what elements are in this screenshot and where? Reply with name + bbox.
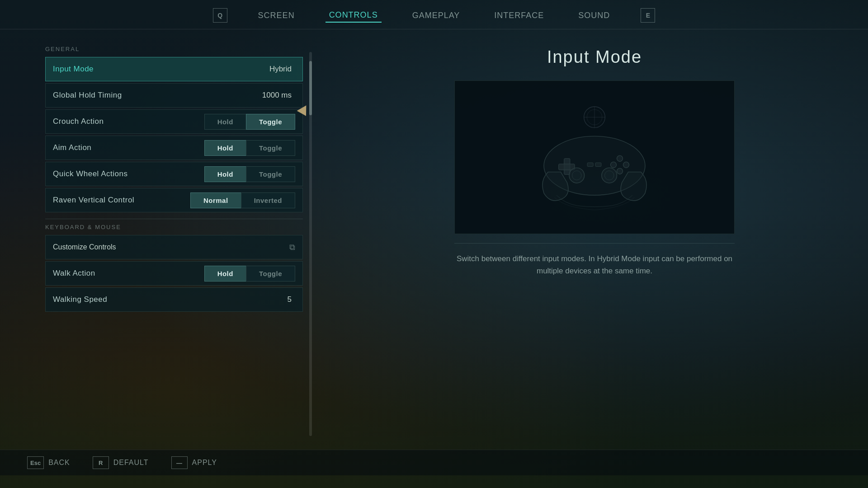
- svg-point-10: [610, 162, 616, 168]
- back-label: Back: [48, 459, 70, 467]
- aim-hold-button[interactable]: Hold: [204, 140, 246, 156]
- input-mode-value: Hybrid: [269, 65, 292, 74]
- dash-key-badge: —: [171, 456, 188, 469]
- crouch-action-label: Crouch Action: [53, 117, 204, 126]
- svg-point-12: [572, 171, 582, 180]
- quick-wheel-actions-row[interactable]: Quick Wheel Actions Hold Toggle: [45, 162, 303, 186]
- aim-toggle-button[interactable]: Toggle: [246, 140, 295, 156]
- crouch-action-row[interactable]: Crouch Action Hold Toggle: [45, 109, 303, 134]
- info-divider: [454, 243, 735, 244]
- back-action[interactable]: Esc Back: [27, 456, 70, 469]
- left-panel: GENERAL Input Mode Hybrid Global Hold Ti…: [0, 29, 321, 450]
- raven-normal-button[interactable]: Normal: [190, 192, 241, 208]
- walking-speed-row[interactable]: Walking Speed 5: [45, 287, 303, 312]
- svg-rect-16: [595, 163, 601, 166]
- esc-key-badge: Esc: [27, 456, 44, 469]
- quick-wheel-hold-button[interactable]: Hold: [204, 166, 246, 182]
- tab-sound[interactable]: Sound: [575, 9, 613, 22]
- customize-controls-row[interactable]: Customize Controls ⧉: [45, 235, 303, 259]
- scrollbar-thumb[interactable]: [309, 61, 312, 115]
- raven-inverted-button[interactable]: Inverted: [241, 192, 295, 208]
- right-panel: Input Mode: [321, 29, 868, 450]
- raven-vertical-label: Raven Vertical Control: [53, 196, 190, 205]
- general-section-label: GENERAL: [45, 46, 303, 52]
- crouch-action-toggle: Hold Toggle: [204, 114, 295, 130]
- global-hold-timing-label: Global Hold Timing: [53, 91, 262, 100]
- global-hold-timing-value: 1000 ms: [262, 91, 292, 100]
- tab-controls[interactable]: Controls: [326, 9, 382, 23]
- walk-toggle-button[interactable]: Toggle: [246, 266, 295, 282]
- bottom-bar: Esc Back R Default — Apply: [0, 450, 868, 475]
- walking-speed-value: 5: [288, 295, 292, 304]
- svg-point-9: [617, 168, 623, 174]
- aim-action-toggle: Hold Toggle: [204, 140, 295, 156]
- keyboard-mouse-label: KEYBOARD & MOUSE: [45, 224, 303, 230]
- global-hold-timing-row[interactable]: Global Hold Timing 1000 ms: [45, 83, 303, 108]
- svg-point-14: [604, 171, 614, 180]
- quick-wheel-label: Quick Wheel Actions: [53, 169, 204, 178]
- svg-point-7: [617, 155, 623, 161]
- tab-gameplay[interactable]: Gameplay: [409, 9, 464, 22]
- input-mode-row[interactable]: Input Mode Hybrid: [45, 57, 303, 81]
- quick-wheel-toggle-button[interactable]: Toggle: [246, 166, 295, 182]
- navigation-bar: Q Screen Controls Gameplay Interface Sou…: [0, 0, 868, 29]
- walk-action-row[interactable]: Walk Action Hold Toggle: [45, 261, 303, 286]
- scrollbar[interactable]: [309, 52, 312, 436]
- crouch-hold-button[interactable]: Hold: [204, 114, 246, 130]
- tab-screen[interactable]: Screen: [255, 9, 298, 22]
- apply-label: Apply: [192, 459, 217, 467]
- walking-speed-label: Walking Speed: [53, 295, 288, 304]
- walk-action-toggle: Hold Toggle: [204, 266, 295, 282]
- main-content: GENERAL Input Mode Hybrid Global Hold Ti…: [0, 29, 868, 450]
- copy-icon: ⧉: [289, 243, 295, 252]
- walk-hold-button[interactable]: Hold: [204, 266, 246, 282]
- aim-action-row[interactable]: Aim Action Hold Toggle: [45, 136, 303, 160]
- info-description: Switch between different input modes. In…: [454, 253, 735, 277]
- tab-interface[interactable]: Interface: [491, 9, 547, 22]
- apply-action[interactable]: — Apply: [171, 456, 217, 469]
- raven-vertical-control-row[interactable]: Raven Vertical Control Normal Inverted: [45, 188, 303, 212]
- customize-controls-label: Customize Controls: [53, 243, 116, 251]
- default-label: Default: [113, 459, 149, 467]
- aim-action-label: Aim Action: [53, 143, 204, 152]
- raven-vertical-toggle: Normal Inverted: [190, 192, 295, 208]
- info-title: Input Mode: [547, 47, 642, 67]
- info-image-box: [454, 80, 735, 234]
- nav-e-key[interactable]: E: [641, 8, 655, 23]
- crouch-toggle-button[interactable]: Toggle: [246, 114, 295, 130]
- r-key-badge: R: [93, 456, 109, 469]
- default-action[interactable]: R Default: [93, 456, 149, 469]
- svg-rect-15: [587, 163, 593, 166]
- nav-q-key[interactable]: Q: [213, 8, 227, 23]
- walk-action-label: Walk Action: [53, 269, 204, 278]
- svg-point-8: [623, 162, 629, 168]
- quick-wheel-toggle: Hold Toggle: [204, 166, 295, 182]
- input-mode-label: Input Mode: [53, 65, 269, 74]
- gamepad-icon: [531, 99, 658, 216]
- keyboard-mouse-divider: [45, 219, 303, 219]
